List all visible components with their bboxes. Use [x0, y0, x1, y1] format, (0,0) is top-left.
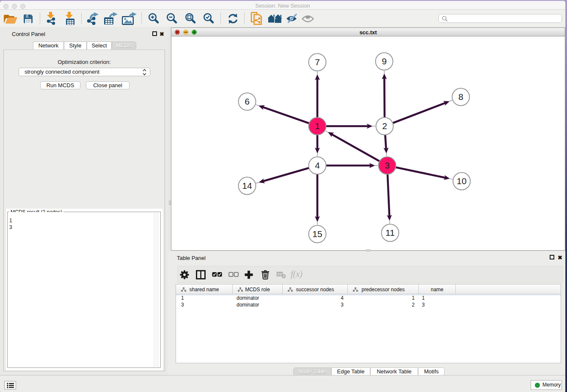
svg-text:1: 1 [315, 121, 320, 131]
svg-text:7: 7 [315, 57, 320, 67]
svg-text:10: 10 [457, 176, 466, 186]
svg-text:9: 9 [382, 56, 387, 66]
svg-text:15: 15 [312, 229, 322, 239]
svg-text:6: 6 [245, 97, 250, 106]
svg-text:3: 3 [385, 160, 390, 170]
svg-text:8: 8 [458, 92, 463, 102]
svg-text:4: 4 [315, 160, 320, 170]
svg-text:11: 11 [385, 228, 395, 237]
svg-text:14: 14 [242, 181, 252, 190]
svg-text:2: 2 [382, 121, 387, 131]
